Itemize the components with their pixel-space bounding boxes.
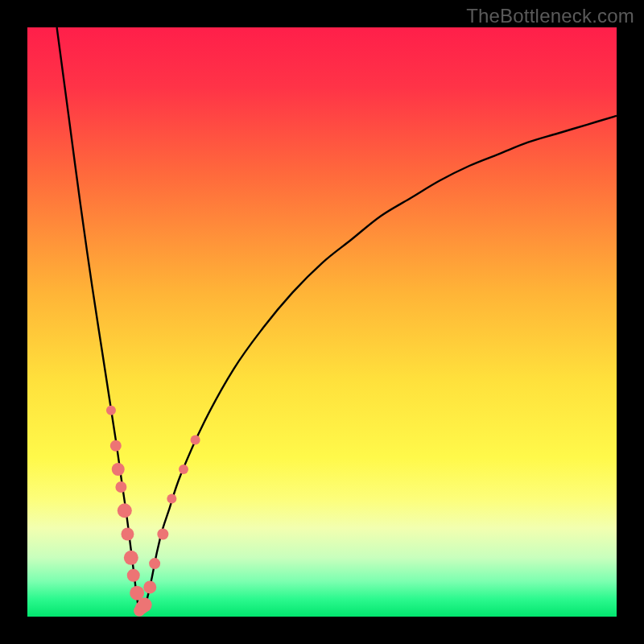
data-markers	[106, 406, 200, 617]
data-marker	[149, 558, 160, 569]
data-marker	[157, 529, 168, 540]
bottleneck-curve	[57, 27, 617, 613]
data-marker	[118, 503, 132, 518]
data-marker	[143, 580, 156, 593]
data-marker	[106, 406, 116, 415]
data-marker	[115, 481, 126, 493]
data-marker	[191, 435, 200, 444]
chart-svg	[27, 27, 617, 617]
data-marker	[167, 494, 176, 504]
data-marker	[121, 528, 134, 541]
data-marker	[110, 440, 122, 452]
watermark-text: TheBottleneck.com	[466, 5, 634, 27]
data-marker	[179, 464, 188, 474]
data-marker	[112, 463, 125, 476]
chart-frame: TheBottleneck.com	[0, 0, 644, 644]
data-marker	[138, 597, 152, 612]
data-marker	[127, 569, 140, 582]
plot-area	[27, 27, 617, 617]
data-marker	[124, 551, 138, 565]
